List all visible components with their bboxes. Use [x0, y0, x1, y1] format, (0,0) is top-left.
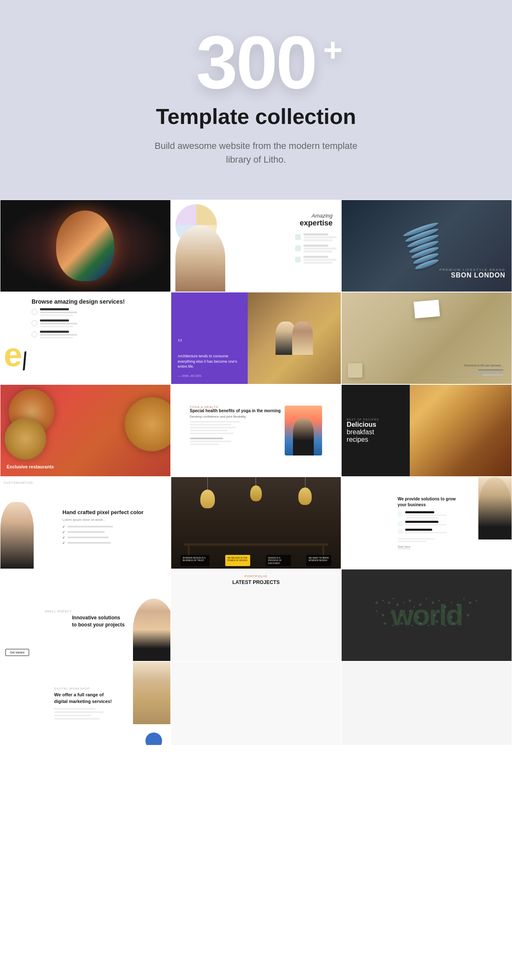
handcraft-person-icon	[0, 502, 34, 569]
health-category: YOGA & HEALTH	[190, 406, 281, 408]
world-text: world	[391, 599, 463, 632]
hero-number: 300+	[196, 25, 316, 100]
health-top: YOGA & HEALTH Special health benefits of…	[190, 406, 322, 455]
svg-point-17	[476, 600, 478, 601]
card-innovative-solutions[interactable]: SMALL AGENCY Innovative solutions to boo…	[0, 569, 171, 661]
latest-heading: LATEST PROJECTS	[232, 579, 280, 585]
svg-point-18	[376, 610, 378, 612]
svg-point-19	[382, 614, 384, 616]
card-interior-design[interactable]: INTERIOR DESIGN IS A BUSINESS OF TRUST W…	[171, 477, 342, 569]
card-solutions-grow[interactable]: We provide solutions to grow your busine…	[341, 477, 512, 569]
interior-labels: INTERIOR DESIGN IS A BUSINESS OF TRUST W…	[171, 552, 341, 569]
stationery-text: Tomorrow in life can become...	[464, 364, 503, 368]
breakfast-title-recipes: recipes	[347, 436, 379, 443]
card-health-yoga[interactable]: YOGA & HEALTH Special health benefits of…	[171, 384, 342, 477]
latest-category: PORTFOLIO	[244, 574, 267, 578]
grid-row-4: CUSTOMIZATION Hand crafted pixel perfect…	[0, 477, 512, 569]
card-latest-projects[interactable]: PORTFOLIO LATEST PROJECTS	[171, 569, 342, 661]
arch-left-panel: " Architecture tends to consume everythi…	[171, 292, 248, 384]
health-person-image	[285, 406, 322, 455]
svg-point-15	[463, 598, 465, 599]
digital-content: DIGITAL WORKSHOP We offer a full range o…	[54, 687, 116, 720]
digital-label: DIGITAL WORKSHOP	[54, 687, 116, 690]
yellow-e-icon: e	[4, 338, 22, 371]
breakfast-title-delicious: Delicious	[347, 421, 379, 428]
card-digital-marketing[interactable]: DIGITAL WORKSHOP We offer a full range o…	[0, 661, 171, 745]
card-sbon-london[interactable]: PREMIUM LIFESTYLE BRAND SBON LONDON	[341, 200, 512, 292]
expertise-person-icon	[175, 225, 225, 292]
card-dark-portrait[interactable]	[0, 200, 171, 292]
svg-point-30	[384, 622, 386, 625]
card-world[interactable]: world	[341, 569, 512, 661]
browse-feature-3	[32, 331, 165, 339]
expertise-list	[295, 233, 337, 264]
card-pizza[interactable]: Exclusive restaurants	[0, 384, 171, 477]
breakfast-title-breakfast: breakfast	[347, 428, 379, 436]
face-art-icon	[56, 210, 114, 281]
card-placeholder-2	[341, 661, 512, 745]
innovative-person-icon	[133, 599, 170, 661]
handcraft-content: Hand crafted pixel perfect color Lorem i…	[62, 499, 143, 547]
card-architecture-quote[interactable]: " Architecture tends to consume everythi…	[171, 292, 342, 384]
digital-circle-icon	[145, 733, 162, 745]
svg-point-1	[382, 600, 384, 601]
expertise-heading: Amazing expertise	[300, 213, 332, 228]
burger-image	[410, 385, 512, 476]
svg-point-2	[388, 601, 391, 604]
grid-row-1: Amazing expertise	[0, 200, 512, 292]
health-title: Special health benefits of yoga in the m…	[190, 408, 281, 413]
grid-row-2: e / Browse amazing design services!	[0, 292, 512, 384]
svg-point-0	[376, 601, 378, 604]
hero-section: 300+ Template collection Build awesome w…	[0, 0, 512, 200]
card-hand-crafted[interactable]: CUSTOMIZATION Hand crafted pixel perfect…	[0, 477, 171, 569]
grid-row-3: Exclusive restaurants YOGA & HEALTH Spec…	[0, 384, 512, 477]
digital-title: We offer a full range of digital marketi…	[54, 692, 116, 705]
arch-right-panel	[248, 292, 341, 384]
svg-point-16	[469, 601, 472, 604]
innovative-label: SMALL AGENCY	[44, 610, 72, 613]
card-stationery[interactable]: Tomorrow in life can become...	[341, 292, 512, 384]
innovative-get-started-button[interactable]: Get started	[5, 649, 29, 656]
browse-feature-1	[32, 308, 165, 316]
svg-point-29	[467, 614, 470, 616]
pizza-label: Exclusive restaurants	[7, 463, 54, 470]
latest-grid	[255, 589, 257, 656]
card-placeholder-1	[171, 661, 342, 745]
card-breakfast[interactable]: BEST OF RECIPES Delicious breakfast reci…	[341, 384, 512, 477]
template-grid: Amazing expertise	[0, 200, 512, 745]
solutions-content: We provide solutions to grow your busine…	[398, 496, 456, 549]
hero-title: Template collection	[156, 104, 356, 129]
hero-subtitle: Build awesome website from the modern te…	[152, 139, 360, 166]
card-browse-design[interactable]: e / Browse amazing design services!	[0, 292, 171, 384]
browse-title: Browse amazing design services!	[32, 298, 165, 305]
handcraft-title: Hand crafted pixel perfect color	[62, 509, 143, 516]
arch-quote-text: Architecture tends to consume everything…	[178, 354, 241, 369]
arch-quote-author: — JANE JACOBS	[178, 374, 241, 377]
grid-row-6: DIGITAL WORKSHOP We offer a full range o…	[0, 661, 512, 745]
solutions-title: We provide solutions to grow your busine…	[398, 496, 456, 508]
browse-feature-2	[32, 319, 165, 327]
breakfast-text: BEST OF RECIPES Delicious breakfast reci…	[347, 418, 379, 443]
handcraft-label: CUSTOMIZATION	[4, 481, 33, 484]
solutions-link[interactable]: Start here	[398, 545, 411, 549]
sbon-label: PREMIUM LIFESTYLE BRAND SBON LONDON	[440, 268, 505, 279]
grid-row-5: SMALL AGENCY Innovative solutions to boo…	[0, 569, 512, 661]
health-subtitle: Develop confidence and joint flexibility	[190, 415, 281, 418]
innovative-title: Innovative solutions to boost your proje…	[72, 614, 126, 629]
card-amazing-expertise[interactable]: Amazing expertise	[171, 200, 342, 292]
handcraft-subtitle: Lorem ipsum dolor sit amet...	[62, 518, 143, 522]
